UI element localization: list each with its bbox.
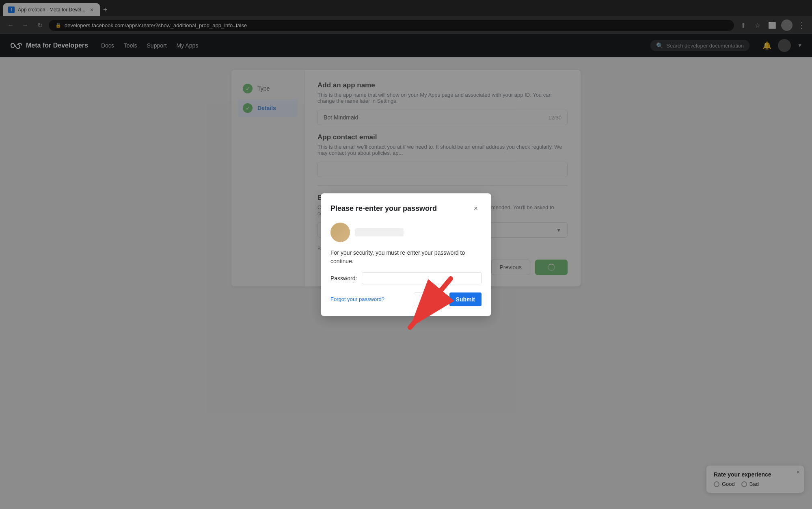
forgot-password-link[interactable]: Forgot your password? <box>330 296 384 302</box>
dialog-overlay: Please re-enter your password × For your… <box>0 0 812 509</box>
page-content: ✓ Type ✓ Details Add an app name This is… <box>0 57 812 509</box>
dialog-close-button[interactable]: × <box>470 203 482 214</box>
dialog-footer: Forgot your password? Cancel Submit <box>330 292 482 306</box>
dialog-user-info <box>330 223 482 242</box>
password-dialog: Please re-enter your password × For your… <box>321 193 491 316</box>
dialog-title: Please re-enter your password <box>330 204 437 213</box>
dialog-security-text: For your security, you must re-enter you… <box>330 249 482 266</box>
dialog-password-label: Password: <box>330 275 357 282</box>
dialog-username <box>355 228 404 236</box>
dialog-user-avatar <box>330 223 350 242</box>
dialog-header: Please re-enter your password × <box>330 203 482 214</box>
dialog-action-buttons: Cancel Submit <box>414 292 482 306</box>
dialog-cancel-button[interactable]: Cancel <box>414 292 445 306</box>
dialog-password-row: Password: <box>330 272 482 284</box>
dialog-submit-button[interactable]: Submit <box>449 292 482 306</box>
dialog-password-input[interactable] <box>362 272 482 284</box>
red-arrow-annotation <box>369 275 459 340</box>
